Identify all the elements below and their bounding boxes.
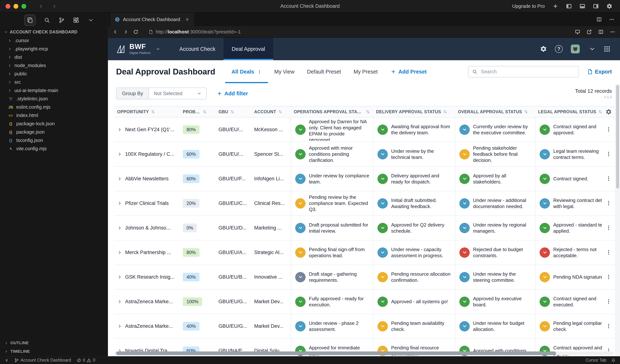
expand-row-icon[interactable] <box>117 176 122 181</box>
open-external-icon[interactable] <box>587 29 592 34</box>
folder-item-uui-ai-template-main[interactable]: uui-ai-template-main <box>0 86 108 95</box>
status-dropdown[interactable] <box>540 297 550 307</box>
source-control-icon[interactable] <box>59 17 65 23</box>
expand-row-icon[interactable] <box>117 201 122 206</box>
device-preview-icon[interactable] <box>575 29 580 34</box>
horizontal-scrollbar[interactable] <box>114 351 614 355</box>
add-filter-button[interactable]: Add filter <box>217 91 248 97</box>
zoom-window-button[interactable] <box>21 4 26 9</box>
status-dropdown[interactable] <box>540 124 550 135</box>
status-dropdown[interactable] <box>377 198 388 209</box>
expand-row-icon[interactable] <box>117 226 122 230</box>
status-dropdown[interactable] <box>540 321 550 332</box>
status-dropdown[interactable] <box>295 321 306 332</box>
editor-more-actions-icon[interactable] <box>609 17 614 22</box>
avatar[interactable] <box>571 45 580 53</box>
status-dropdown[interactable] <box>295 247 306 258</box>
folder-item-public[interactable]: public <box>0 70 108 78</box>
column-header-gbu[interactable]: GBU <box>216 106 251 117</box>
opportunity-cell[interactable]: AstraZeneca Marke... <box>114 314 180 338</box>
row-menu-button[interactable] <box>602 142 615 166</box>
column-header-overall-approval-status[interactable]: OVERALL APPROVAL STATUS <box>455 106 535 117</box>
status-dropdown[interactable] <box>459 223 470 233</box>
section-outline[interactable]: OUTLINE <box>0 338 108 347</box>
browser-forward-icon[interactable] <box>123 29 128 34</box>
status-dropdown[interactable] <box>377 321 388 332</box>
file-item-package-json[interactable]: {}package.json <box>0 128 108 136</box>
opportunity-cell[interactable]: AbbVie Newsletters <box>114 167 180 191</box>
file-item-eslint-config-mjs[interactable]: JSeslint.config.mjs <box>0 103 108 111</box>
more-views-chevron-icon[interactable] <box>88 17 94 23</box>
status-dropdown[interactable] <box>377 223 388 233</box>
group-by-select[interactable]: Not Selected <box>149 88 206 99</box>
browser-more-icon[interactable] <box>610 29 615 34</box>
opportunity-cell[interactable]: GSK Research Insig... <box>114 265 180 289</box>
status-dropdown[interactable] <box>377 247 388 258</box>
folder-item-dist[interactable]: dist <box>0 53 108 61</box>
close-tab-icon[interactable] <box>185 17 189 21</box>
opportunity-cell[interactable]: Johnson & Johnso... <box>114 216 180 240</box>
status-dropdown[interactable] <box>295 223 306 233</box>
vertical-scrollbar[interactable] <box>615 84 620 356</box>
browser-reload-icon[interactable] <box>133 29 139 34</box>
expand-row-icon[interactable] <box>117 274 122 280</box>
vertical-scroll-thumb[interactable] <box>616 85 619 188</box>
row-menu-button[interactable] <box>602 314 615 338</box>
tab-my-preset[interactable]: My Preset <box>347 60 384 83</box>
nav-item-account-check[interactable]: Account Check <box>171 38 223 60</box>
upgrade-to-pro-link[interactable]: Upgrade to Pro <box>512 3 545 9</box>
row-menu-button[interactable] <box>602 118 615 141</box>
search-box[interactable] <box>468 66 579 77</box>
row-menu-button[interactable] <box>602 265 615 289</box>
split-view-icon[interactable] <box>598 29 604 34</box>
status-dropdown[interactable] <box>540 149 550 159</box>
row-menu-button[interactable] <box>602 167 615 191</box>
status-dropdown[interactable] <box>459 247 470 258</box>
folder-item-cursor[interactable]: .cursor <box>0 36 108 45</box>
explorer-view-button[interactable] <box>24 15 35 26</box>
notifications-bell-icon[interactable] <box>611 358 616 363</box>
column-header-operations-approval-status[interactable]: OPERATIONS APPROVAL STATUS <box>291 106 373 117</box>
status-dropdown[interactable] <box>459 124 470 135</box>
tab-all-deals[interactable]: All Deals <box>225 60 268 83</box>
status-dropdown[interactable] <box>459 297 470 307</box>
expand-row-icon[interactable] <box>117 299 122 304</box>
table-settings-button[interactable] <box>602 106 615 117</box>
address-field[interactable]: http://localhost:3000/deals?presetId=-1 <box>148 29 241 35</box>
status-dropdown[interactable] <box>540 272 550 282</box>
toggle-panel-right-icon[interactable] <box>593 3 599 9</box>
apps-grid-icon[interactable] <box>604 46 610 52</box>
browser-back-icon[interactable] <box>113 29 118 34</box>
column-header-opportunity[interactable]: OPPORTUNITY <box>114 106 180 117</box>
status-dropdown[interactable] <box>459 198 470 209</box>
section-timeline[interactable]: TIMELINE <box>0 347 108 355</box>
file-item-stylelintrc-json[interactable]: ▽.stylelintrc.json <box>0 95 108 103</box>
cursor-tab-toggle[interactable]: Cursor Tab <box>586 358 606 363</box>
tab-my-view[interactable]: My View <box>268 60 301 83</box>
status-dropdown[interactable] <box>377 297 388 307</box>
status-project[interactable]: Account Check Dashboard <box>15 358 71 363</box>
editor-tab[interactable]: Account Check Dashboard <box>110 13 194 26</box>
tab-menu-icon[interactable] <box>257 69 262 74</box>
status-dropdown[interactable] <box>295 174 306 184</box>
folder-item-src[interactable]: src <box>0 78 108 86</box>
file-item-package-lock-json[interactable]: {}package-lock.json <box>0 120 108 128</box>
file-item-index-html[interactable]: <>index.html <box>0 111 108 120</box>
expand-row-icon[interactable] <box>117 324 122 329</box>
account-chevron-icon[interactable] <box>589 46 596 52</box>
file-item-tsconfig-json[interactable]: {}tsconfig.json <box>0 136 108 144</box>
folder-item-playwright-mcp[interactable]: .playwright-mcp <box>0 45 108 53</box>
status-dropdown[interactable] <box>459 174 470 184</box>
toggle-panel-bottom-icon[interactable] <box>579 3 585 9</box>
opportunity-cell[interactable]: 100X Regulatory / C... <box>114 142 180 166</box>
extensions-icon[interactable] <box>73 17 79 23</box>
search-view-icon[interactable] <box>44 17 50 23</box>
status-dropdown[interactable] <box>295 297 306 307</box>
brand-block[interactable]: BWF Digital Platform <box>108 38 166 60</box>
status-dropdown[interactable] <box>377 124 388 135</box>
split-editor-icon[interactable] <box>596 17 602 22</box>
remote-indicator[interactable] <box>4 358 9 363</box>
status-dropdown[interactable] <box>377 174 388 184</box>
tab-default-preset[interactable]: Default Preset <box>301 60 347 83</box>
status-dropdown[interactable] <box>295 149 306 159</box>
